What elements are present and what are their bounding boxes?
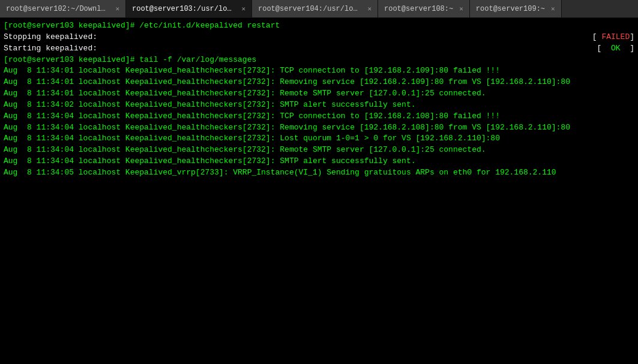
tab-tab3[interactable]: root@server104:/usr/loca...✕	[252, 0, 378, 17]
terminal-line: [root@server103 keepalived]# tail -f /va…	[4, 55, 634, 66]
tab-tab5[interactable]: root@server109:~✕	[470, 0, 562, 17]
tab-close-icon[interactable]: ✕	[459, 5, 463, 13]
tab-close-icon[interactable]: ✕	[367, 5, 372, 13]
tab-tab2[interactable]: root@server103:/usr/loca...✕	[126, 0, 252, 17]
tab-close-icon[interactable]: ✕	[241, 5, 245, 13]
terminal-line: Aug 8 11:34:04 localhost Keepalived_heal…	[4, 122, 634, 134]
tab-label: root@server108:~	[384, 5, 453, 13]
terminal-output: [root@server103 keepalived]# /etc/init.d…	[0, 18, 638, 364]
terminal-line: Aug 8 11:34:02 localhost Keepalived_heal…	[4, 100, 634, 111]
terminal-line: Aug 8 11:34:01 localhost Keepalived_heal…	[4, 77, 634, 88]
tab-bar: root@server102:~/Downl...✕root@server103…	[0, 0, 638, 18]
tab-label: root@server104:/usr/loca...	[258, 5, 361, 13]
tab-tab1[interactable]: root@server102:~/Downl...✕	[0, 0, 126, 17]
terminal-status-line: Starting keepalived:[ OK ]	[4, 43, 634, 55]
terminal-line: Aug 8 11:34:05 localhost Keepalived_vrrp…	[4, 167, 634, 179]
terminal-line: Aug 8 11:34:04 localhost Keepalived_heal…	[4, 111, 634, 122]
terminal-line: Stopping keepalived:[ FAILED]	[4, 32, 634, 43]
tab-close-icon[interactable]: ✕	[115, 5, 119, 13]
terminal-line-prefix: Stopping keepalived:	[4, 32, 97, 43]
terminal-line: Aug 8 11:34:01 localhost Keepalived_heal…	[4, 88, 634, 100]
tab-label: root@server103:/usr/loca...	[132, 5, 235, 13]
terminal-status-line: Stopping keepalived:[ FAILED]	[4, 32, 634, 43]
tab-close-icon[interactable]: ✕	[551, 5, 555, 13]
terminal-line: Aug 8 11:34:04 localhost Keepalived_heal…	[4, 145, 634, 156]
terminal-line-prefix: Starting keepalived:	[4, 43, 97, 55]
terminal-line: [root@server103 keepalived]# /etc/init.d…	[4, 20, 634, 32]
terminal-line: Aug 8 11:34:01 localhost Keepalived_heal…	[4, 65, 634, 77]
terminal-line: Starting keepalived:[ OK ]	[4, 43, 634, 55]
terminal-status: [ OK ]	[597, 43, 634, 55]
tab-label: root@server102:~/Downl...	[6, 5, 109, 13]
tab-tab4[interactable]: root@server108:~✕	[378, 0, 470, 17]
terminal-line: Aug 8 11:34:04 localhost Keepalived_heal…	[4, 133, 634, 145]
terminal-status: [ FAILED]	[592, 32, 634, 43]
terminal-line: Aug 8 11:34:04 localhost Keepalived_heal…	[4, 156, 634, 167]
tab-label: root@server109:~	[476, 5, 545, 13]
